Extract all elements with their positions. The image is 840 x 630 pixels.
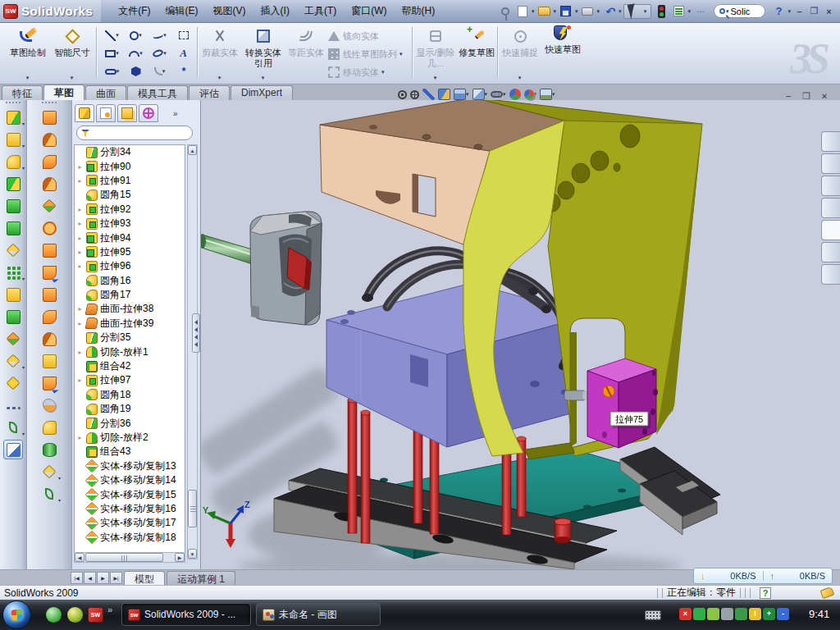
chevron-down-icon[interactable]: ▾ [58, 475, 61, 481]
feature-tool-button[interactable]: ▾ [3, 107, 23, 127]
tree-item[interactable]: ▸ 切除-放样2 [75, 431, 185, 445]
sketch-entity-button[interactable]: ▾ [124, 44, 148, 62]
toolbar-grip[interactable] [6, 102, 21, 105]
chevron-down-icon[interactable]: ▾ [139, 32, 142, 39]
chevron-down-icon[interactable]: ▾ [726, 8, 729, 15]
surface-tool-button[interactable] [39, 240, 59, 260]
open-file-button[interactable] [536, 4, 551, 19]
expand-arrow-icon[interactable]: ▸ [76, 305, 84, 313]
tree-item[interactable]: ▸ 拉伸94 [75, 231, 185, 244]
chevron-down-icon[interactable]: ▾ [22, 121, 25, 126]
tab-nav-button[interactable]: |◀ [71, 572, 83, 584]
chevron-down-icon[interactable]: ▾ [262, 75, 265, 81]
expand-arrow-icon[interactable]: ▸ [76, 163, 84, 171]
chevron-down-icon[interactable]: ▾ [552, 91, 555, 98]
chevron-down-icon[interactable]: ▾ [116, 32, 119, 39]
view-tool-button[interactable]: ▾ [491, 91, 506, 98]
sketch-entity-button[interactable]: ▾ [148, 44, 171, 62]
gray-clamp-part[interactable] [250, 212, 322, 325]
sketch-entity-button[interactable]: ▾ [148, 26, 171, 44]
expand-arrow-icon[interactable]: ▸ [76, 220, 84, 227]
scroll-thumb[interactable] [85, 553, 163, 562]
taskbar-button-solidworks[interactable]: SW SolidWorks 2009 - ... [121, 603, 251, 626]
status-help-button[interactable]: ? [760, 587, 771, 599]
chevron-down-icon[interactable]: ▾ [218, 75, 221, 81]
display-delete-relations-button[interactable]: 显示/删除几... ▾ [415, 25, 456, 81]
chevron-down-icon[interactable]: ▾ [466, 91, 469, 98]
chevron-down-icon[interactable]: ▾ [619, 8, 622, 15]
view-tool-button[interactable]: ▾ [472, 89, 488, 100]
new-file-button[interactable] [515, 4, 530, 19]
tree-item[interactable]: 实体-移动/复制14 [75, 473, 185, 487]
view-tool-button[interactable] [398, 90, 407, 99]
sketch-entity-button[interactable]: A [171, 44, 195, 62]
taskbar-clock[interactable]: 9:41 [809, 608, 829, 620]
undo-button[interactable]: ↶ [602, 4, 617, 19]
chevron-down-icon[interactable]: ▾ [116, 68, 120, 75]
interference-lights-icon[interactable] [654, 4, 669, 19]
feature-tool-button[interactable]: ▾ [3, 130, 23, 149]
view-tool-button[interactable]: ▾ [540, 89, 555, 100]
pin-toolbar-button[interactable] [498, 4, 513, 19]
surface-tool-button[interactable] [39, 130, 59, 149]
scroll-up-button[interactable]: ▲ [188, 145, 197, 155]
tree-item[interactable]: 圆角16 [75, 274, 185, 288]
sketch-entity-button[interactable]: ▾ [148, 62, 171, 80]
tree-item[interactable]: ▸ 曲面-拉伸39 [75, 317, 185, 331]
3d-model-canvas[interactable]: Y Z 拉伸75 [201, 100, 840, 569]
model-tab[interactable]: 运动算例 1 [167, 571, 235, 585]
tray-icon[interactable]: ! [749, 608, 761, 620]
feature-tool-button[interactable] [3, 218, 23, 238]
surface-tool-button[interactable] [39, 307, 59, 326]
tree-item[interactable]: ▸ 曲面-拉伸38 [75, 302, 185, 316]
task-pane-tab[interactable] [821, 153, 840, 174]
linear-sketch-pattern-button[interactable]: 线性草图阵列 ▾ [328, 46, 403, 62]
expand-arrow-icon[interactable]: ▸ [76, 249, 84, 256]
repair-sketch-button[interactable]: 修复草图 [458, 25, 495, 81]
tab-configuration-manager[interactable] [117, 104, 137, 122]
expand-arrow-icon[interactable]: ▸ [76, 377, 84, 384]
tree-item[interactable]: ▸ 拉伸96 [75, 259, 185, 273]
tree-item[interactable]: 实体-移动/复制15 [75, 487, 185, 501]
chevron-down-icon[interactable]: ▾ [381, 69, 385, 75]
scroll-down-button[interactable]: ▼ [188, 549, 197, 559]
view-tool-button[interactable] [410, 90, 419, 99]
expand-arrow-icon[interactable]: ▸ [76, 434, 84, 441]
feature-tool-button[interactable] [3, 307, 23, 326]
sketch-entity-button[interactable] [124, 62, 148, 80]
menu-item[interactable]: 工具(T) [297, 1, 344, 21]
chevron-down-icon[interactable]: ▾ [58, 497, 61, 503]
surface-tool-button[interactable] [39, 107, 59, 127]
menu-item[interactable]: 文件(F) [111, 1, 158, 21]
view-tool-button[interactable] [438, 89, 450, 100]
surface-tool-button[interactable] [39, 351, 59, 371]
menu-item[interactable]: 插入(I) [253, 1, 297, 21]
sketch-entity-button[interactable] [171, 26, 195, 44]
chevron-down-icon[interactable]: ▾ [22, 165, 25, 171]
task-pane-tab[interactable] [821, 220, 840, 240]
sprue-rod[interactable] [201, 234, 258, 266]
task-pane-tab[interactable] [821, 264, 840, 285]
tree-item[interactable]: 实体-移动/复制18 [75, 531, 185, 545]
tree-item[interactable]: 实体-移动/复制13 [75, 459, 185, 473]
feature-tool-button[interactable] [3, 240, 23, 260]
view-tool-button[interactable]: ▾ [524, 89, 537, 99]
expand-arrow-icon[interactable]: ▸ [76, 235, 84, 242]
feature-tool-button[interactable] [3, 174, 23, 194]
ribbon-tab[interactable]: 评估 [189, 85, 230, 100]
feature-tool-button[interactable] [3, 329, 23, 349]
chevron-down-icon[interactable]: ▾ [553, 8, 556, 15]
chevron-down-icon[interactable]: ▾ [534, 91, 537, 98]
surface-tool-button[interactable] [39, 418, 59, 437]
chevron-down-icon[interactable]: ▾ [788, 8, 791, 15]
doc-restore-button[interactable]: ❐ [801, 91, 812, 102]
ribbon-tab[interactable]: 曲面 [85, 85, 126, 100]
tree-item[interactable]: ▸ 切除-放样1 [75, 345, 185, 358]
quick-launch-solidworks-icon[interactable]: SW [88, 607, 103, 623]
feature-tool-button[interactable] [3, 196, 23, 216]
sketch-entity-button[interactable]: ▾ [100, 26, 124, 44]
tree-item[interactable]: 组合42 [75, 359, 185, 373]
view-tool-button[interactable] [422, 89, 435, 100]
tree-item[interactable]: 分割35 [75, 331, 185, 345]
expand-arrow-icon[interactable]: ▸ [76, 206, 84, 213]
